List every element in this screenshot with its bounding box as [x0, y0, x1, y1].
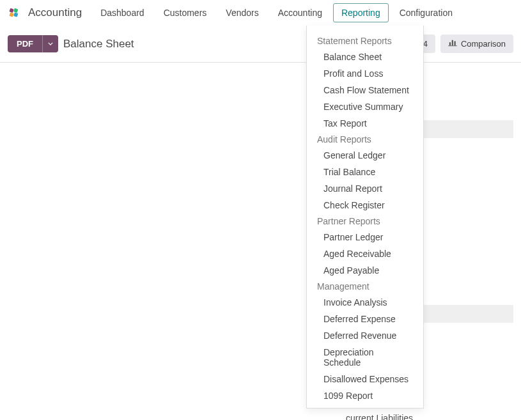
dropdown-section-header: Partner Reports — [307, 214, 423, 229]
svg-rect-0 — [9, 8, 13, 12]
nav-item-accounting[interactable]: Accounting — [270, 3, 330, 22]
pdf-button-group: PDF — [8, 35, 58, 52]
dropdown-item-aged-payable[interactable]: Aged Payable — [307, 262, 423, 279]
bar-chart-icon — [448, 39, 457, 49]
dropdown-item-check-register[interactable]: Check Register — [307, 197, 423, 214]
dropdown-item-1099-report[interactable]: 1099 Report — [307, 387, 423, 404]
svg-rect-1 — [13, 8, 18, 12]
pdf-dropdown-caret[interactable] — [42, 35, 58, 52]
svg-rect-4 — [449, 42, 451, 45]
dropdown-item-tax-report[interactable]: Tax Report — [307, 115, 423, 132]
pdf-button[interactable]: PDF — [8, 35, 42, 52]
dropdown-item-cash-flow[interactable]: Cash Flow Statement — [307, 82, 423, 98]
svg-rect-5 — [452, 40, 453, 46]
dropdown-item-disallowed-expenses[interactable]: Disallowed Expenses — [307, 371, 423, 387]
nav-item-dashboard[interactable]: Dashboard — [92, 3, 153, 22]
comparison-button-label: Comparison — [461, 39, 506, 49]
dropdown-item-trial-balance[interactable]: Trial Balance — [307, 164, 423, 180]
nav-item-configuration[interactable]: Configuration — [391, 3, 461, 22]
chevron-down-icon — [48, 42, 53, 45]
report-row[interactable]: current Liabilities — [334, 410, 513, 420]
dropdown-item-aged-receivable[interactable]: Aged Receivable — [307, 245, 423, 262]
comparison-button[interactable]: Comparison — [440, 35, 513, 53]
dropdown-item-profit-and-loss[interactable]: Profit and Loss — [307, 65, 423, 82]
nav-item-customers[interactable]: Customers — [155, 3, 215, 22]
dropdown-item-journal-report[interactable]: Journal Report — [307, 180, 423, 197]
dropdown-item-general-ledger[interactable]: General Ledger — [307, 147, 423, 164]
svg-rect-2 — [9, 12, 13, 17]
dropdown-section-header: Statement Reports — [307, 33, 423, 49]
subheader-left: PDF Balance Sheet — [8, 35, 134, 52]
page-title: Balance Sheet — [63, 38, 134, 51]
dropdown-item-executive-summary[interactable]: Executive Summary — [307, 98, 423, 115]
svg-rect-3 — [13, 12, 18, 17]
dropdown-item-partner-ledger[interactable]: Partner Ledger — [307, 229, 423, 245]
subheader-right: 24 Comparison — [410, 35, 513, 53]
nav-item-reporting[interactable]: Reporting — [333, 3, 389, 22]
svg-rect-6 — [454, 41, 455, 45]
dropdown-section-header: Management — [307, 279, 423, 294]
dropdown-item-deferred-revenue[interactable]: Deferred Revenue — [307, 327, 423, 344]
nav-item-vendors[interactable]: Vendors — [217, 3, 267, 22]
subheader: PDF Balance Sheet 24 Comparison — [0, 26, 521, 63]
dropdown-item-invoice-analysis[interactable]: Invoice Analysis — [307, 294, 423, 311]
report-body: Assets nd Cash Accounts ables t Assets m… — [0, 102, 521, 420]
top-navbar: Accounting Dashboard Customers Vendors A… — [0, 0, 521, 26]
reporting-dropdown: Statement Reports Balance Sheet Profit a… — [306, 26, 424, 408]
app-title[interactable]: Accounting — [28, 6, 82, 19]
dropdown-item-deferred-expense[interactable]: Deferred Expense — [307, 311, 423, 327]
dropdown-section-header: Audit Reports — [307, 132, 423, 147]
dropdown-item-depreciation-schedule[interactable]: Depreciation Schedule — [307, 344, 423, 371]
dropdown-item-balance-sheet[interactable]: Balance Sheet — [307, 49, 423, 65]
app-logo-icon[interactable] — [8, 6, 20, 19]
